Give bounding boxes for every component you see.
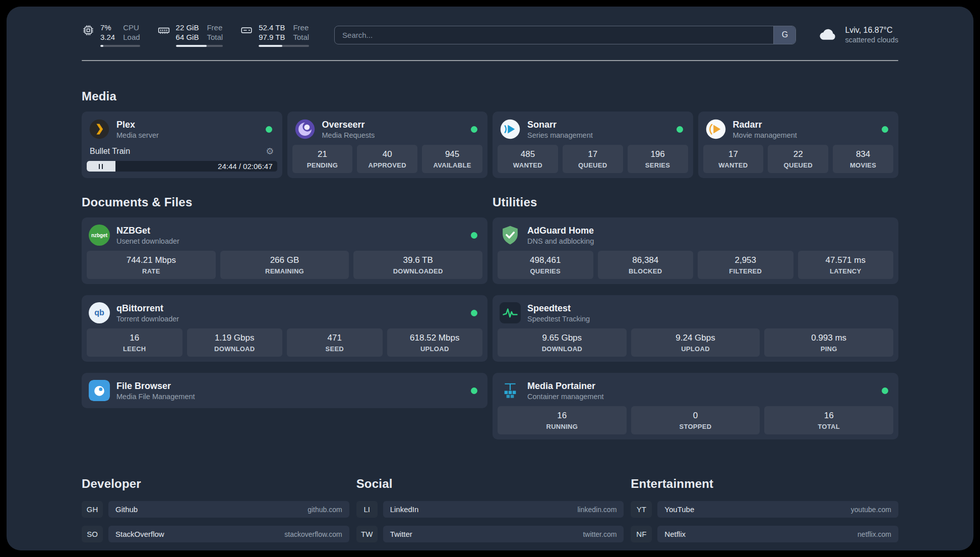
service-card-adguard[interactable]: AdGuard Home DNS and adblocking 498,461 … [493, 217, 898, 284]
cpu-label: CPU [123, 23, 140, 32]
disk-free: 52.4 TB [259, 23, 285, 32]
portainer-icon [500, 380, 521, 401]
bookmark-stackoverflow: SO StackOverflow stackoverflow.com [82, 526, 349, 542]
stat-series: 196 SERIES [628, 145, 688, 173]
service-subtitle: Media File Management [116, 393, 195, 401]
stat-stopped: 0 STOPPED [631, 406, 760, 434]
bookmark-abbr: YT [631, 501, 652, 518]
stat-label: QUEUED [565, 161, 621, 169]
service-card-nzbget[interactable]: nzbget NZBGet Usenet downloader 744.21 M… [82, 217, 487, 284]
bookmark-group-entertainment: Entertainment YT YouTube youtube.com NF … [631, 477, 898, 550]
gear-icon[interactable]: ⚙ [266, 146, 274, 157]
bookmark-url: linkedin.com [578, 506, 617, 514]
service-card-radarr[interactable]: Radarr Movie management 17 WANTED 22 QUE… [698, 112, 899, 178]
bookmark-abbr: GH [82, 501, 103, 518]
bookmark-twitter: TW Twitter twitter.com [356, 526, 624, 542]
bookmark-link[interactable]: YouTube youtube.com [657, 501, 898, 518]
stat-value: 945 [424, 149, 480, 159]
status-dot [471, 387, 477, 394]
stat-label: MOVIES [835, 161, 891, 169]
bookmark-link[interactable]: Twitter twitter.com [383, 526, 624, 542]
section-title-social: Social [356, 477, 624, 491]
bookmark-abbr: NF [631, 526, 652, 542]
stat-download: 9.65 Gbps DOWNLOAD [498, 328, 627, 357]
weather-widget: Lviv, 16.87°C scattered clouds [818, 25, 898, 45]
radarr-icon [705, 119, 726, 140]
stat-value: 1.19 Gbps [189, 333, 281, 343]
stat-seed: 471 SEED [287, 328, 383, 357]
stat-label: PENDING [294, 161, 351, 169]
stat-label: STOPPED [633, 423, 758, 430]
bookmark-name: Twitter [390, 530, 412, 538]
service-card-portainer[interactable]: Media Portainer Container management 16 … [493, 373, 898, 439]
service-name: File Browser [116, 381, 195, 392]
bookmark-link[interactable]: Github github.com [108, 501, 349, 518]
stat-value: 47.571 ms [800, 255, 892, 265]
bookmark-group-developer: Developer GH Github github.com SO StackO… [82, 477, 349, 550]
service-subtitle: Speedtest Tracking [527, 315, 590, 323]
overseerr-icon [294, 119, 316, 140]
stat-label: UPLOAD [389, 345, 481, 353]
bookmark-link[interactable]: Netflix netflix.com [657, 526, 898, 542]
stat-label: FILTERED [700, 267, 791, 275]
weather-condition: scattered clouds [845, 35, 898, 45]
bookmark-link[interactable]: LinkedIn linkedin.com [383, 501, 624, 518]
bookmark-name: Github [115, 505, 138, 514]
stat-pending: 21 PENDING [292, 145, 353, 173]
bookmark-link[interactable]: StackOverflow stackoverflow.com [108, 526, 349, 542]
stat-value: 21 [294, 149, 351, 159]
memory-widget: 22 GiB Free 64 GiB Total [157, 23, 223, 47]
bookmark-abbr: SO [82, 526, 103, 542]
status-dot [882, 126, 888, 133]
stat-blocked: 86,384 BLOCKED [598, 251, 694, 279]
cpu-usage: 7% [100, 23, 115, 32]
service-card-speedtest[interactable]: Speedtest Speedtest Tracking 9.65 Gbps D… [493, 295, 898, 362]
stat-value: 16 [766, 411, 891, 421]
topbar: 7% CPU 3.24 Load 22 GiB Free 64 Gi [82, 23, 898, 47]
bookmark-url: youtube.com [851, 506, 891, 514]
service-card-filebrowser[interactable]: File Browser Media File Management [82, 373, 487, 408]
section-media: Media Plex Media server Bullet Train [82, 89, 898, 178]
stat-label: QUEUED [770, 161, 826, 169]
disk-total-label: Total [293, 32, 309, 42]
playback-progress[interactable]: 24:44 / 02:06:47 [87, 161, 277, 172]
stat-label: SERIES [630, 161, 686, 169]
stat-label: APPROVED [359, 161, 415, 169]
bookmark-name: YouTube [664, 505, 694, 514]
stat-label: RATE [89, 267, 214, 275]
stat-value: 17 [565, 149, 621, 159]
stat-label: LATENCY [800, 267, 892, 275]
service-name: Radarr [733, 120, 797, 130]
service-subtitle: Movie management [733, 131, 797, 139]
service-subtitle: Usenet downloader [116, 237, 179, 245]
cpu-bar [100, 45, 140, 47]
stat-latency: 47.571 ms LATENCY [798, 251, 894, 279]
service-name: Overseerr [322, 120, 375, 130]
bookmark-linkedin: LI LinkedIn linkedin.com [356, 501, 624, 518]
section-title-utilities: Utilities [493, 195, 898, 209]
search-input[interactable] [335, 26, 773, 44]
bookmark-github: GH Github github.com [82, 501, 349, 518]
stat-label: AVAILABLE [424, 161, 480, 169]
status-dot [471, 232, 477, 239]
stat-queued: 22 QUEUED [768, 145, 828, 173]
status-dot [677, 126, 683, 133]
stat-remaining: 266 GB REMAINING [220, 251, 349, 279]
stat-label: DOWNLOAD [189, 345, 281, 353]
adguard-icon [500, 225, 521, 246]
service-name: Plex [116, 120, 159, 130]
qbittorrent-icon: qb [89, 302, 110, 323]
pause-icon[interactable] [99, 164, 103, 169]
service-card-sonarr[interactable]: Sonarr Series management 485 WANTED 17 Q… [493, 112, 693, 178]
service-subtitle: Media server [116, 131, 159, 139]
stat-label: DOWNLOAD [500, 345, 625, 353]
service-card-overseerr[interactable]: Overseerr Media Requests 21 PENDING 40 A… [287, 112, 488, 178]
stat-queued: 17 QUEUED [563, 145, 623, 173]
service-card-plex[interactable]: Plex Media server Bullet Train ⚙ 24:44 /… [82, 112, 282, 178]
search-provider-button[interactable]: G [773, 26, 795, 44]
bookmark-youtube: YT YouTube youtube.com [631, 501, 898, 518]
stat-running: 16 RUNNING [498, 406, 627, 434]
service-card-qbittorrent[interactable]: qb qBittorrent Torrent downloader 16 LEE… [82, 295, 487, 362]
stat-value: 0.993 ms [766, 333, 891, 343]
stat-value: 2,953 [700, 255, 791, 265]
